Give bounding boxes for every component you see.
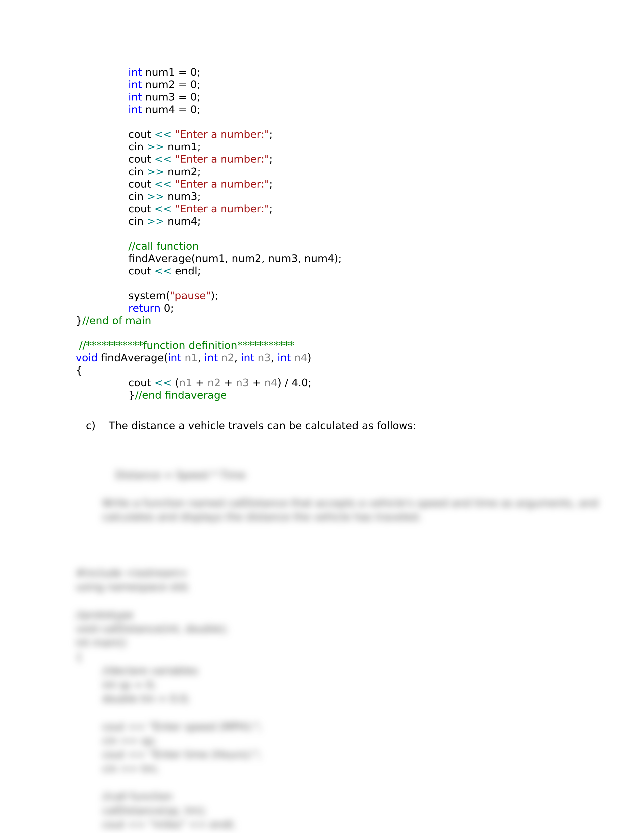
code-line: }//end findaverage — [76, 389, 342, 401]
token-op: << — [154, 153, 172, 165]
token-str: "Enter a number:" — [175, 153, 269, 165]
code-line: int num4 = 0; — [76, 103, 342, 116]
token-param: n2 — [208, 376, 221, 389]
token-op: << — [154, 128, 172, 140]
code-line — [76, 327, 342, 339]
blurred-preview-region: Distance = Speed * Time Write a function… — [76, 454, 555, 750]
token-str: "Enter a number:" — [175, 128, 269, 140]
token-op: >> — [147, 215, 164, 227]
token-kw: void — [76, 352, 98, 364]
code-line: cout << endl; — [76, 265, 342, 277]
token-op: << — [154, 376, 172, 389]
code-line: }//end of main — [76, 315, 342, 327]
code-line: cout << (n1 + n2 + n3 + n4) / 4.0; — [76, 376, 342, 389]
token-kw: int — [129, 103, 142, 116]
token-kw: int — [129, 91, 142, 103]
token-str: "Enter a number:" — [175, 203, 269, 215]
token-cmt: //end of main — [82, 315, 151, 326]
code-line: system("pause"); — [76, 289, 342, 302]
token-kw: int — [129, 66, 142, 78]
token-param: n3 — [258, 352, 271, 364]
token-param: n4 — [294, 352, 308, 364]
question-text: The distance a vehicle travels can be ca… — [109, 420, 417, 432]
token-kw: int — [277, 352, 291, 364]
token-cmt: //call function — [129, 240, 199, 252]
token-op: >> — [147, 166, 164, 178]
code-line: cin >> num2; — [76, 166, 342, 178]
code-block: int num1 = 0; int num2 = 0; int num3 = 0… — [76, 66, 342, 401]
token-cmt: //end findaverage — [135, 389, 227, 401]
token-kw: int — [241, 352, 254, 364]
code-line: cout << "Enter a number:"; — [76, 203, 342, 215]
token-param: n1 — [179, 376, 192, 389]
token-kw: return — [129, 302, 161, 314]
code-line: //call function — [76, 240, 342, 252]
token-param: n2 — [221, 352, 234, 364]
code-line: cin >> num3; — [76, 190, 342, 203]
blurred-text: Distance = Speed * Time Write a function… — [76, 469, 598, 830]
code-line: { — [76, 364, 342, 376]
token-kw: int — [204, 352, 218, 364]
code-line — [76, 277, 342, 289]
code-line: cin >> num1; — [76, 141, 342, 153]
question-c: c) The distance a vehicle travels can be… — [86, 420, 416, 432]
token-op: << — [154, 178, 172, 190]
token-kw: int — [129, 79, 142, 91]
code-line: int num3 = 0; — [76, 91, 342, 103]
token-op: >> — [147, 190, 164, 203]
code-line: cout << "Enter a number:"; — [76, 153, 342, 165]
question-label: c) — [86, 420, 96, 432]
token-kw: int — [168, 352, 181, 364]
code-line — [76, 227, 342, 240]
code-line: cin >> num4; — [76, 215, 342, 227]
code-line: int num2 = 0; — [76, 79, 342, 91]
code-line: cout << "Enter a number:"; — [76, 178, 342, 190]
token-str: "Enter a number:" — [175, 178, 269, 190]
code-line — [76, 116, 342, 128]
token-op: << — [154, 203, 172, 215]
token-param: n3 — [236, 376, 249, 389]
code-line: int num1 = 0; — [76, 66, 342, 79]
token-str: "pause" — [170, 289, 211, 302]
token-op: >> — [147, 141, 164, 153]
code-line: void findAverage(int n1, int n2, int n3,… — [76, 352, 342, 364]
document-page: int num1 = 0; int num2 = 0; int num3 = 0… — [0, 0, 644, 833]
token-param: n4 — [264, 376, 277, 389]
token-param: n1 — [185, 352, 198, 364]
code-line: findAverage(num1, num2, num3, num4); — [76, 252, 342, 265]
token-cmt: //***********function definition********… — [79, 339, 294, 351]
code-line: return 0; — [76, 302, 342, 315]
code-line: //***********function definition********… — [76, 339, 342, 352]
token-op: << — [154, 265, 172, 277]
code-line: cout << "Enter a number:"; — [76, 128, 342, 141]
